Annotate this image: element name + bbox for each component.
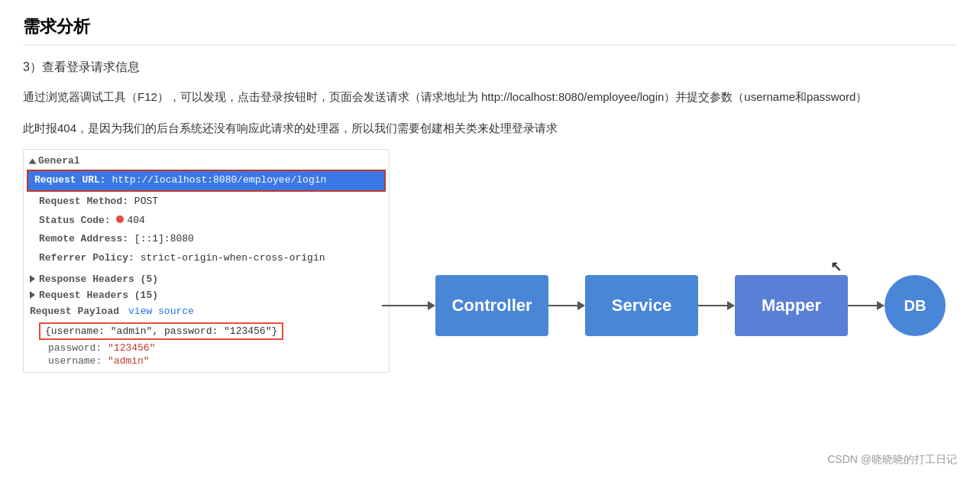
request-payload-header: Request Payload view source — [24, 303, 389, 319]
request-method-row: Request Method: POST — [24, 193, 389, 212]
page-title: 需求分析 — [23, 15, 957, 46]
payload-password-val: "123456" — [108, 342, 155, 354]
response-headers-row[interactable]: Response Headers (5) — [24, 271, 389, 287]
request-headers-row[interactable]: Request Headers (15) — [24, 287, 389, 303]
general-header[interactable]: General — [24, 153, 389, 169]
status-code-val: 404 — [116, 215, 144, 226]
payload-json-highlighted: {username: "admin", password: "123456"} — [39, 322, 283, 340]
request-headers-label: Request Headers (15) — [39, 290, 158, 301]
devtools-panel: General Request URL: http://localhost:80… — [23, 149, 390, 373]
response-headers-label: Response Headers (5) — [39, 273, 158, 285]
request-url-row: Request URL: http://localhost:8080/emplo… — [27, 170, 386, 192]
left-connector — [382, 301, 435, 310]
triangle-icon — [29, 158, 37, 163]
csdn-watermark: CSDN @晓晓晓的打工日记 — [827, 453, 957, 467]
mapper-box: Mapper ↖ — [735, 275, 848, 336]
remote-address-row: Remote Address: [::1]:8080 — [24, 230, 389, 249]
referrer-policy-val: strict-origin-when-cross-origin — [141, 252, 325, 264]
request-method-val: POST — [134, 196, 158, 207]
arrow-1 — [548, 301, 585, 310]
description-2: 此时报404，是因为我们的后台系统还没有响应此请求的处理器，所以我们需要创建相关… — [23, 118, 957, 138]
status-code-key: Status Code: — [39, 215, 111, 226]
db-box: DB — [885, 275, 946, 336]
view-source-link[interactable]: view source — [128, 306, 194, 317]
payload-username-row: username: "admin" — [39, 354, 374, 367]
payload-json-row: {username: "admin", password: "123456"} — [39, 321, 374, 341]
triangle-right-icon-2 — [30, 291, 35, 299]
general-section: General Request URL: http://localhost:80… — [24, 150, 389, 271]
mapper-label: Mapper — [762, 296, 821, 316]
remote-address-key: Remote Address: — [39, 233, 128, 244]
general-label: General — [38, 155, 80, 167]
remote-address-val: [::1]:8080 — [134, 233, 194, 244]
payload-password-key: password: — [48, 342, 102, 354]
controller-box: Controller — [435, 275, 548, 336]
referrer-policy-key: Referrer Policy: — [39, 252, 134, 264]
controller-label: Controller — [451, 296, 532, 316]
payload-content: {username: "admin", password: "123456"} … — [24, 319, 389, 372]
payload-password-row: password: "123456" — [39, 341, 374, 354]
service-box: Service — [585, 275, 698, 336]
arrow-2 — [698, 301, 735, 310]
status-dot-icon — [116, 215, 124, 223]
db-label: DB — [904, 297, 927, 315]
referrer-policy-row: Referrer Policy: strict-origin-when-cros… — [24, 249, 389, 268]
request-method-key: Request Method: — [39, 196, 128, 207]
triangle-right-icon — [30, 275, 35, 283]
description-1: 通过浏览器调试工具（F12），可以发现，点击登录按钮时，页面会发送请求（请求地址… — [23, 86, 957, 107]
payload-username-val: "admin" — [108, 355, 150, 367]
arrow-3 — [848, 301, 885, 310]
payload-title: Request Payload — [30, 306, 119, 317]
section-heading: 3）查看登录请求信息 — [23, 60, 957, 76]
payload-username-key: username: — [48, 355, 102, 367]
request-payload-label: Request Payload — [30, 306, 119, 317]
status-code-row: Status Code: 404 — [24, 212, 389, 231]
request-url-key: Request URL: — [34, 174, 106, 186]
cursor-icon: ↖ — [830, 258, 842, 275]
architecture-diagram: Controller Service Mapper ↖ DB — [382, 275, 946, 336]
request-url-value: http://localhost:8080/employee/login — [112, 174, 326, 186]
service-label: Service — [612, 296, 671, 316]
